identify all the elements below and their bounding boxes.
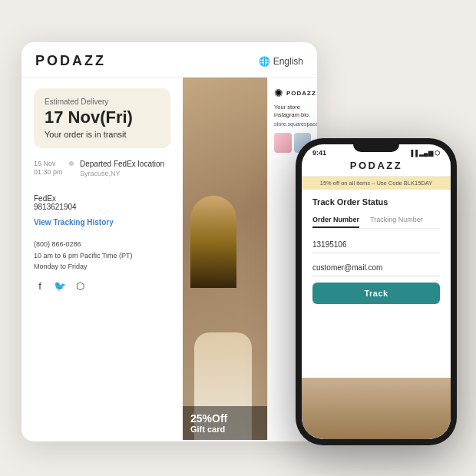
status-icons: ▐▐ ▂▄▆ ⬡ (409, 150, 440, 157)
email-input[interactable] (312, 259, 440, 276)
figure-top (190, 196, 236, 288)
store-image-1 (274, 133, 292, 153)
desktop-logo: PODAZZ (35, 53, 106, 69)
delivery-status: Your order is in transit (45, 130, 160, 139)
tab-tracking-number[interactable]: Tracking Number (370, 213, 423, 228)
order-number-input[interactable] (312, 236, 440, 253)
globe-icon: 🌐 (259, 56, 270, 67)
scene: PODAZZ 🌐 English Estimated Delivery 17 N… (0, 0, 476, 476)
instagram-icon[interactable]: ⬡ (74, 279, 86, 292)
store-bio: Your store instagram bio. (274, 104, 311, 119)
fashion-image (183, 78, 267, 440)
store-logo-area: ✺ PODAZZ (274, 87, 311, 99)
store-sun-icon: ✺ (274, 87, 283, 99)
contact-info: (800) 866-0286 10 am to 6 pm Pacific Tim… (34, 239, 170, 272)
gift-discount: 25%Off (190, 412, 259, 425)
phone-header: PODAZZ (302, 158, 451, 177)
desktop-header: PODAZZ 🌐 English (21, 42, 317, 78)
gift-card-banner: 25%Off Gift card (183, 406, 267, 440)
desktop-card: PODAZZ 🌐 English Estimated Delivery 17 N… (21, 42, 317, 441)
facebook-icon[interactable]: f (34, 279, 46, 292)
twitter-icon[interactable]: 🐦 (54, 279, 66, 292)
desktop-body: Estimated Delivery 17 Nov(Fri) Your orde… (21, 78, 317, 440)
tracking-event: 15 Nov 01:30 pm Departed FedEx location … (34, 159, 170, 177)
delivery-date: 17 Nov(Fri) (45, 108, 160, 127)
promo-bar: 15% off on all items – Use Code BLK15DAY (302, 177, 451, 190)
tracking-history-link[interactable]: View Tracking History (34, 218, 114, 226)
delivery-box: Estimated Delivery 17 Nov(Fri) Your orde… (34, 88, 170, 148)
center-panel: 25%Off Gift card (183, 78, 267, 440)
phone-mockup: 9:41 ▐▐ ▂▄▆ ⬡ PODAZZ 15% off on all item… (296, 138, 457, 445)
carrier-info: FedEx 9813621904 View Tracking History (34, 194, 170, 228)
event-details: Departed FedEx location Syracuse,NY (80, 159, 164, 177)
language-selector[interactable]: 🌐 English (259, 56, 303, 67)
track-button[interactable]: Track (312, 283, 440, 304)
phone-screen: 9:41 ▐▐ ▂▄▆ ⬡ PODAZZ 15% off on all item… (302, 144, 451, 439)
tab-row: Order Number Tracking Number (312, 213, 440, 229)
store-link[interactable]: store.squarespace.com (274, 121, 311, 127)
delivery-label: Estimated Delivery (45, 98, 160, 106)
phone-logo: PODAZZ (302, 160, 451, 171)
phone-notch (353, 144, 399, 152)
phone-bottom-image (302, 378, 451, 439)
status-time: 9:41 (312, 149, 326, 157)
phone-content: Track Order Status Order Number Tracking… (302, 190, 451, 312)
event-dot (69, 161, 74, 166)
event-datetime: 15 Nov 01:30 pm (34, 159, 63, 176)
gift-label: Gift card (190, 425, 259, 434)
left-panel: Estimated Delivery 17 Nov(Fri) Your orde… (21, 78, 183, 440)
social-icons: f 🐦 ⬡ (34, 279, 170, 292)
tab-order-number[interactable]: Order Number (312, 213, 359, 228)
track-heading: Track Order Status (312, 197, 440, 207)
